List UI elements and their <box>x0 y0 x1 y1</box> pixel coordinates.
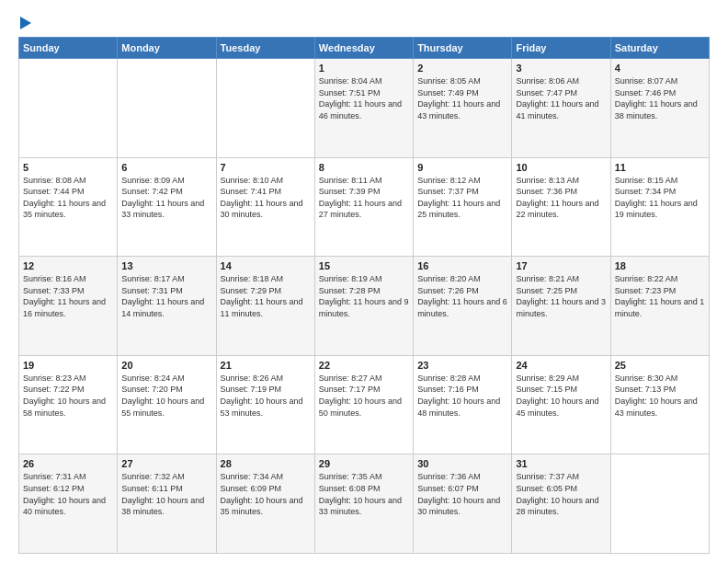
cell-day-number: 5 <box>23 162 113 173</box>
cell-info: Sunrise: 8:23 AMSunset: 7:22 PMDaylight:… <box>23 373 113 419</box>
cell-day-number: 29 <box>319 458 409 469</box>
calendar-cell: 9 Sunrise: 8:12 AMSunset: 7:37 PMDayligh… <box>414 157 512 257</box>
cell-day-number: 17 <box>516 260 606 271</box>
cell-day-number: 14 <box>221 260 311 271</box>
calendar-cell: 26 Sunrise: 7:31 AMSunset: 6:12 PMDaylig… <box>19 454 118 554</box>
calendar-cell: 3 Sunrise: 8:06 AMSunset: 7:47 PMDayligh… <box>512 59 610 158</box>
cell-info: Sunrise: 8:27 AMSunset: 7:17 PMDaylight:… <box>319 373 409 419</box>
cell-day-number: 31 <box>516 458 606 469</box>
calendar-cell: 17 Sunrise: 8:21 AMSunset: 7:25 PMDaylig… <box>512 257 610 356</box>
calendar-cell <box>610 454 709 554</box>
cell-day-number: 20 <box>121 360 211 371</box>
calendar-cell: 2 Sunrise: 8:05 AMSunset: 7:49 PMDayligh… <box>414 59 512 158</box>
cell-day-number: 6 <box>121 162 211 173</box>
calendar-cell: 10 Sunrise: 8:13 AMSunset: 7:36 PMDaylig… <box>512 157 610 257</box>
cell-day-number: 24 <box>516 360 606 371</box>
cell-info: Sunrise: 8:13 AMSunset: 7:36 PMDaylight:… <box>516 175 606 221</box>
cell-info: Sunrise: 8:06 AMSunset: 7:47 PMDaylight:… <box>516 75 606 121</box>
calendar-cell: 29 Sunrise: 7:35 AMSunset: 6:08 PMDaylig… <box>314 454 413 554</box>
calendar-table: SundayMondayTuesdayWednesdayThursdayFrid… <box>18 37 710 554</box>
calendar-day-header: Sunday <box>19 38 118 59</box>
cell-day-number: 19 <box>23 360 113 371</box>
header <box>18 17 710 29</box>
cell-day-number: 21 <box>221 360 311 371</box>
cell-day-number: 9 <box>417 162 507 173</box>
cell-day-number: 30 <box>417 458 507 469</box>
calendar-cell: 31 Sunrise: 7:37 AMSunset: 6:05 PMDaylig… <box>512 454 610 554</box>
calendar-cell: 12 Sunrise: 8:16 AMSunset: 7:33 PMDaylig… <box>19 257 118 356</box>
calendar-cell: 22 Sunrise: 8:27 AMSunset: 7:17 PMDaylig… <box>314 355 413 454</box>
cell-info: Sunrise: 8:16 AMSunset: 7:33 PMDaylight:… <box>23 273 113 319</box>
cell-day-number: 11 <box>615 162 705 173</box>
cell-info: Sunrise: 8:22 AMSunset: 7:23 PMDaylight:… <box>615 273 705 319</box>
calendar-cell: 7 Sunrise: 8:10 AMSunset: 7:41 PMDayligh… <box>216 157 314 257</box>
calendar-day-header: Thursday <box>414 38 512 59</box>
cell-info: Sunrise: 8:30 AMSunset: 7:13 PMDaylight:… <box>615 373 705 419</box>
page: SundayMondayTuesdayWednesdayThursdayFrid… <box>0 0 728 563</box>
cell-day-number: 10 <box>516 162 606 173</box>
calendar-day-header: Friday <box>512 38 610 59</box>
cell-day-number: 12 <box>23 260 113 271</box>
calendar-cell: 11 Sunrise: 8:15 AMSunset: 7:34 PMDaylig… <box>610 157 709 257</box>
calendar-week-row: 12 Sunrise: 8:16 AMSunset: 7:33 PMDaylig… <box>19 257 710 356</box>
cell-info: Sunrise: 8:26 AMSunset: 7:19 PMDaylight:… <box>221 373 311 419</box>
calendar-cell: 18 Sunrise: 8:22 AMSunset: 7:23 PMDaylig… <box>610 257 709 356</box>
cell-info: Sunrise: 8:05 AMSunset: 7:49 PMDaylight:… <box>417 75 507 121</box>
calendar-cell: 1 Sunrise: 8:04 AMSunset: 7:51 PMDayligh… <box>314 59 413 158</box>
cell-info: Sunrise: 8:19 AMSunset: 7:28 PMDaylight:… <box>319 273 409 319</box>
cell-day-number: 18 <box>615 260 705 271</box>
calendar-cell: 8 Sunrise: 8:11 AMSunset: 7:39 PMDayligh… <box>314 157 413 257</box>
calendar-cell: 6 Sunrise: 8:09 AMSunset: 7:42 PMDayligh… <box>118 157 216 257</box>
calendar-day-header: Tuesday <box>216 38 314 59</box>
cell-day-number: 8 <box>319 162 409 173</box>
calendar-week-row: 19 Sunrise: 8:23 AMSunset: 7:22 PMDaylig… <box>19 355 710 454</box>
cell-day-number: 22 <box>319 360 409 371</box>
cell-info: Sunrise: 8:28 AMSunset: 7:16 PMDaylight:… <box>417 373 507 419</box>
cell-day-number: 1 <box>319 63 409 74</box>
cell-info: Sunrise: 8:15 AMSunset: 7:34 PMDaylight:… <box>615 175 705 221</box>
cell-info: Sunrise: 8:04 AMSunset: 7:51 PMDaylight:… <box>319 75 409 121</box>
calendar-cell: 19 Sunrise: 8:23 AMSunset: 7:22 PMDaylig… <box>19 355 118 454</box>
cell-info: Sunrise: 8:21 AMSunset: 7:25 PMDaylight:… <box>516 273 606 319</box>
cell-info: Sunrise: 7:35 AMSunset: 6:08 PMDaylight:… <box>319 471 409 517</box>
cell-day-number: 4 <box>615 63 705 74</box>
cell-info: Sunrise: 7:34 AMSunset: 6:09 PMDaylight:… <box>221 471 311 517</box>
calendar-cell: 23 Sunrise: 8:28 AMSunset: 7:16 PMDaylig… <box>414 355 512 454</box>
cell-day-number: 23 <box>417 360 507 371</box>
cell-day-number: 28 <box>221 458 311 469</box>
calendar-cell: 16 Sunrise: 8:20 AMSunset: 7:26 PMDaylig… <box>414 257 512 356</box>
cell-info: Sunrise: 8:10 AMSunset: 7:41 PMDaylight:… <box>221 175 311 221</box>
logo-arrow-icon <box>20 17 31 29</box>
calendar-cell: 15 Sunrise: 8:19 AMSunset: 7:28 PMDaylig… <box>314 257 413 356</box>
cell-info: Sunrise: 7:31 AMSunset: 6:12 PMDaylight:… <box>23 471 113 517</box>
calendar-cell: 24 Sunrise: 8:29 AMSunset: 7:15 PMDaylig… <box>512 355 610 454</box>
calendar-day-header: Wednesday <box>314 38 413 59</box>
cell-info: Sunrise: 8:20 AMSunset: 7:26 PMDaylight:… <box>417 273 507 319</box>
calendar-cell <box>118 59 216 158</box>
cell-day-number: 25 <box>615 360 705 371</box>
calendar-cell: 25 Sunrise: 8:30 AMSunset: 7:13 PMDaylig… <box>610 355 709 454</box>
cell-info: Sunrise: 8:18 AMSunset: 7:29 PMDaylight:… <box>221 273 311 319</box>
calendar-cell <box>19 59 118 158</box>
calendar-cell: 27 Sunrise: 7:32 AMSunset: 6:11 PMDaylig… <box>118 454 216 554</box>
cell-info: Sunrise: 7:36 AMSunset: 6:07 PMDaylight:… <box>417 471 507 517</box>
cell-info: Sunrise: 8:08 AMSunset: 7:44 PMDaylight:… <box>23 175 113 221</box>
cell-day-number: 15 <box>319 260 409 271</box>
calendar-day-header: Monday <box>118 38 216 59</box>
calendar-cell: 5 Sunrise: 8:08 AMSunset: 7:44 PMDayligh… <box>19 157 118 257</box>
calendar-week-row: 1 Sunrise: 8:04 AMSunset: 7:51 PMDayligh… <box>19 59 710 158</box>
calendar-week-row: 5 Sunrise: 8:08 AMSunset: 7:44 PMDayligh… <box>19 157 710 257</box>
calendar-header-row: SundayMondayTuesdayWednesdayThursdayFrid… <box>19 38 710 59</box>
cell-info: Sunrise: 8:29 AMSunset: 7:15 PMDaylight:… <box>516 373 606 419</box>
calendar-cell: 30 Sunrise: 7:36 AMSunset: 6:07 PMDaylig… <box>414 454 512 554</box>
cell-day-number: 26 <box>23 458 113 469</box>
cell-info: Sunrise: 7:37 AMSunset: 6:05 PMDaylight:… <box>516 471 606 517</box>
calendar-cell: 14 Sunrise: 8:18 AMSunset: 7:29 PMDaylig… <box>216 257 314 356</box>
cell-day-number: 3 <box>516 63 606 74</box>
calendar-week-row: 26 Sunrise: 7:31 AMSunset: 6:12 PMDaylig… <box>19 454 710 554</box>
cell-day-number: 13 <box>121 260 211 271</box>
cell-info: Sunrise: 8:24 AMSunset: 7:20 PMDaylight:… <box>121 373 211 419</box>
calendar-cell: 4 Sunrise: 8:07 AMSunset: 7:46 PMDayligh… <box>610 59 709 158</box>
cell-day-number: 2 <box>417 63 507 74</box>
logo <box>18 17 31 29</box>
